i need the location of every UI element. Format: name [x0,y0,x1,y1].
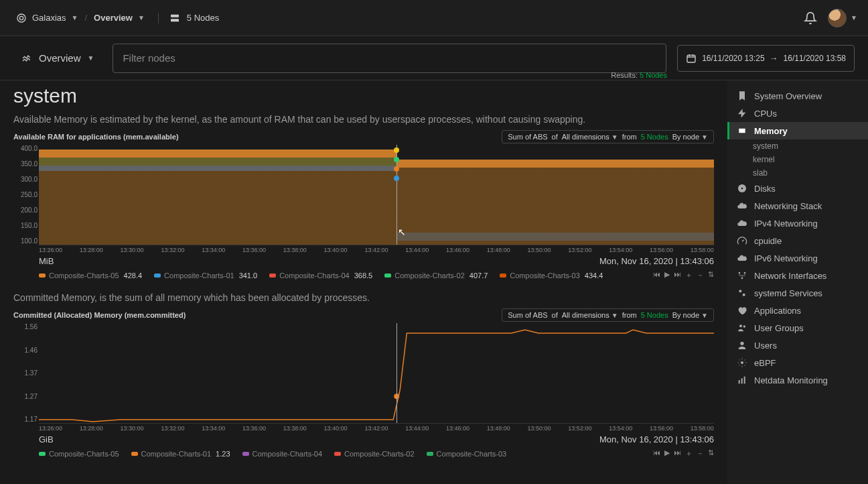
legend-item[interactable]: Composite-Charts-02 [334,450,415,458]
rewind-icon: ⏮ [653,270,660,280]
bell-icon[interactable] [804,11,817,25]
playback-controls[interactable]: ⏮ ▶ ⏭ ＋ － ⇅ [653,448,714,459]
sidebar-item-networking-stack[interactable]: Networking Stack [727,197,868,215]
sidebar-subitem-system[interactable]: system [727,139,868,153]
legend-item[interactable]: Composite-Charts-03 [427,450,507,458]
breadcrumb-sep: / [84,13,87,23]
sidebar-item-label: System Overview [754,91,822,101]
group-selector[interactable]: By node ▼ [672,311,708,319]
sidebar-item-label: Network Interfaces [754,271,826,281]
view-selector[interactable]: Overview ▼ [88,13,150,23]
tick-label: 13:40:00 [324,247,348,253]
nodes-filter[interactable]: 5 Nodes [641,133,668,141]
chart-aggregation-controls[interactable]: Sum of ABS of All dimensions ▼ from 5 No… [502,308,714,322]
overview-label: Overview [39,52,81,64]
tick-label: 13:28:00 [80,425,103,432]
nodes-selector[interactable]: 5 Nodes [158,13,224,23]
tick-label: 13:44:00 [405,247,429,253]
chart-canvas[interactable]: 400.0350.0300.0250.0200.0150.0100.0 [39,145,714,245]
sidebar-item-ipv6-networking[interactable]: IPv6 Networking [727,249,868,267]
target-icon [16,13,27,23]
legend-item[interactable]: Composite-Charts-04 [242,450,323,458]
legend-swatch [39,274,46,278]
chart2-description: Committed Memory, is the sum of all memo… [13,292,714,303]
legend-item[interactable]: Composite-Charts-011.23 [131,450,230,458]
sidebar-subitem-kernel[interactable]: kernel [727,153,868,166]
legend-name: Composite-Charts-03 [437,450,507,458]
sidebar-item-users[interactable]: Users [727,337,868,354]
overview-menu[interactable]: Overview ▼ [13,48,102,68]
legend-swatch [427,452,433,456]
legend-name: Composite-Charts-04 [279,271,350,280]
sidebar-item-label: Memory [754,126,788,136]
legend-item[interactable]: Composite-Charts-01341.0 [154,271,257,280]
legend-item[interactable]: Composite-Charts-05428.4 [39,271,142,280]
sub-header: Overview ▼ 16/11/2020 13:25 → 16/11/2020… [0,36,868,80]
sidebar-item-ebpf[interactable]: eBPF [727,354,868,371]
gauge-icon [737,235,747,246]
svg-point-13 [743,294,745,296]
filter-nodes-input[interactable] [113,44,666,73]
user-menu[interactable]: ▼ [828,9,857,27]
legend-swatch [334,452,341,456]
chart-legend: Composite-Charts-05Composite-Charts-011.… [39,448,714,459]
sidebar-item-systemd-services[interactable]: systemd Services [727,284,868,302]
sidebar-item-disks[interactable]: Disks [727,180,868,197]
legend-swatch [131,452,138,456]
forward-icon: ⏭ [674,270,681,280]
group-selector[interactable]: By node ▼ [672,133,708,141]
sidebar-item-network-interfaces[interactable]: Network Interfaces [727,267,868,284]
sidebar-item-label: Disks [754,184,776,194]
sidebar-item-system-overview[interactable]: System Overview [727,87,868,105]
chart-available-ram: Available RAM for applications (mem.avai… [13,130,714,280]
sidebar-subitem-slab[interactable]: slab [727,166,868,180]
tick-label: 250.0 [13,191,38,198]
legend-item[interactable]: Composite-Charts-02407.7 [384,271,488,280]
dimensions-selector[interactable]: All dimensions ▼ [562,133,618,141]
sidebar-item-applications[interactable]: Applications [727,302,868,319]
chart-canvas[interactable]: 1.561.461.371.271.17 [39,323,714,424]
agg-selector[interactable]: Sum of ABS [508,133,547,141]
playback-controls[interactable]: ⏮ ▶ ⏭ ＋ － ⇅ [653,270,714,280]
legend-swatch [154,274,161,278]
heart-icon [737,305,747,316]
sidebar-item-cpus[interactable]: CPUs [727,105,868,122]
chart-crosshair [396,145,397,245]
sidebar-item-label: Users [754,341,777,351]
svg-point-10 [744,272,746,274]
sidebar-item-user-groups[interactable]: User Groups [727,319,868,337]
chart-aggregation-controls[interactable]: Sum of ABS of All dimensions ▼ from 5 No… [502,130,714,143]
tick-label: 350.0 [13,160,38,168]
tick-label: 400.0 [13,145,38,152]
tick-label: 13:48:00 [487,425,510,432]
tick-label: 1.17 [13,416,38,423]
agg-selector[interactable]: Sum of ABS [508,311,547,319]
legend-item[interactable]: Composite-Charts-04368.5 [269,271,372,280]
svg-rect-19 [741,378,743,383]
sidebar-item-netdata-monitoring[interactable]: Netdata Monitoring [727,371,868,389]
space-selector[interactable]: Galaxias ▼ [11,13,83,23]
chart-legend: Composite-Charts-05428.4Composite-Charts… [39,270,714,280]
dimensions-selector[interactable]: All dimensions ▼ [562,311,618,319]
sidebar-item-memory[interactable]: Memory [727,122,868,139]
tick-label: 13:58:00 [691,425,714,432]
sidebar-item-cpuidle[interactable]: cpuidle [727,232,868,249]
sidebar-item-ipv4-networking[interactable]: IPv4 Networking [727,215,868,232]
tick-label: 1.27 [13,393,38,400]
sidebar-item-label: IPv6 Networking [754,253,818,263]
cloud-icon [737,200,747,211]
legend-item[interactable]: Composite-Charts-03434.4 [500,271,603,280]
cogs-icon [737,288,747,298]
cloud-icon [737,253,747,263]
svg-point-15 [743,325,745,327]
nodes-filter[interactable]: 5 Nodes [641,311,668,319]
minus-icon: － [697,270,704,280]
cloud-icon [737,218,747,229]
tick-label: 13:44:00 [405,425,429,432]
disk-icon [737,183,747,194]
user-icon [737,340,747,351]
svg-point-1 [19,16,23,19]
sidebar-item-label: IPv4 Networking [754,219,818,229]
date-range-picker[interactable]: 16/11/2020 13:25 → 16/11/2020 13:58 [677,45,855,72]
legend-item[interactable]: Composite-Charts-05 [39,450,119,458]
